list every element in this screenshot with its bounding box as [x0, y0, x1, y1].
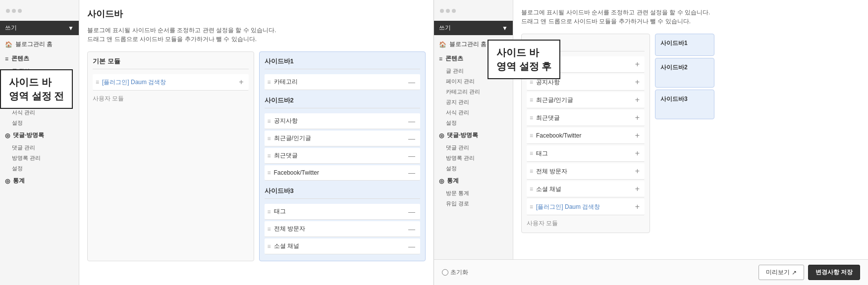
sidebar-section-comment: ◎ 댓글·방명록 [434, 128, 513, 142]
remove-button[interactable]: — [406, 225, 417, 233]
nav-sub-item[interactable]: 설정 [434, 118, 513, 128]
base-modules-title: 기본 모듈 [93, 57, 249, 69]
add-button[interactable]: + [237, 78, 245, 87]
right-sidebar3-col: 사이드바3 [655, 90, 714, 119]
nav-sub-item[interactable]: 설정 [434, 163, 513, 174]
sidebar2-item-comments[interactable]: ≡ 최근댓글 — [265, 148, 421, 164]
right-sidebar1-title: 사이드바1 [660, 39, 709, 48]
nav-dot-1 [440, 9, 444, 13]
sidebar1-item-category[interactable]: ≡ 카테고리 — [265, 74, 421, 90]
left-panel: 사이드 바영역 설정 전 쓰기 ▼ 🏠 블로그관리 홈 ≡ 콘텐츠 글 관리 페… [0, 0, 434, 285]
drag-handle: ≡ [268, 226, 271, 233]
nav-sub-item[interactable]: 카테고리 관리 [434, 87, 513, 97]
nav-dots [0, 5, 79, 19]
sidebar3-title: 사이드바3 [265, 187, 421, 199]
dropdown-arrow: ▼ [502, 25, 508, 32]
write-label: 쓰기 [439, 24, 451, 32]
overlay-label-after: 사이드 바영역 설정 후 [488, 40, 560, 79]
nav-sub-item[interactable]: 설정 [0, 163, 79, 174]
add-button[interactable]: + [633, 60, 642, 69]
stats-icon: ◎ [5, 178, 10, 185]
panel-footer: 초기화 미리보기 ↗ 변경사항 저장 [513, 259, 868, 285]
drag-handle: ≡ [530, 203, 533, 210]
nav-dot-3 [18, 9, 22, 13]
sidebar3-item-tag[interactable]: ≡ 태그 — [265, 204, 421, 220]
right-panel: 사이드 바영역 설정 후 쓰기 ▼ 🏠 블로그관리 홈 ≡ 콘텐츠 글 관리 페… [434, 0, 868, 285]
sidebar3-item-visitors[interactable]: ≡ 전체 방문자 — [265, 221, 421, 237]
remove-button[interactable]: — [406, 117, 417, 125]
sidebar-section-stats: ◎ 통계 [434, 174, 513, 188]
dropdown-arrow: ▼ [68, 25, 74, 32]
add-button[interactable]: + [633, 131, 642, 140]
module-item-tag[interactable]: ≡ 태그 + [527, 145, 645, 162]
module-item-visitors[interactable]: ≡ 전체 방문자 + [527, 163, 645, 180]
drag-handle: ≡ [268, 118, 271, 125]
module-item-comments[interactable]: ≡ 최근댓글 + [527, 110, 645, 126]
nav-sub-item[interactable]: 댓글 관리 [434, 142, 513, 153]
write-dropdown[interactable]: 쓰기 ▼ [434, 21, 513, 35]
add-button[interactable]: + [633, 167, 642, 176]
add-button[interactable]: + [633, 149, 642, 158]
nav-sub-item[interactable]: 방명록 관리 [0, 153, 79, 163]
add-button[interactable]: + [633, 113, 642, 122]
nav-sub-item[interactable]: 방문 통계 [434, 188, 513, 198]
remove-button[interactable]: — [406, 135, 417, 142]
description: 블로그에 표시될 사이드바 순서를 조정하고 관련 설정을 할 수 있습니다. … [521, 8, 860, 26]
drag-handle: ≡ [268, 135, 271, 142]
sidebar2-item-recent[interactable]: ≡ 최근글/인기글 — [265, 131, 421, 146]
stats-icon: ◎ [439, 178, 444, 185]
nav-dot-2 [446, 9, 450, 13]
preview-button[interactable]: 미리보기 ↗ [759, 265, 804, 280]
sidebar-section-stats: ◎ 통계 [0, 174, 79, 188]
drag-handle: ≡ [530, 96, 533, 103]
module-item-daum[interactable]: ≡ [플러그인] Daum 검색창 + [93, 74, 249, 91]
nav-sub-item[interactable]: 댓글 관리 [0, 142, 79, 153]
drag-handle: ≡ [530, 168, 533, 175]
nav-sub-item[interactable]: 서식 관리 [0, 107, 79, 118]
add-button[interactable]: + [633, 95, 642, 104]
drag-handle: ≡ [530, 114, 533, 121]
module-item-recent[interactable]: ≡ 최근글/인기글 + [527, 92, 645, 108]
sidebar2-item-facebook[interactable]: ≡ Facebook/Twitter — [265, 165, 421, 181]
sidebar-section-comment: ◎ 댓글·방명록 [0, 128, 79, 142]
sidebar1-title: 사이드바1 [265, 57, 421, 69]
description: 블로그에 표시될 사이드바 순서를 조정하고 관련 설정을 할 수 있습니다. … [87, 26, 426, 44]
remove-button[interactable]: — [406, 242, 417, 250]
user-modules-label: 사용자 모듈 [93, 95, 249, 103]
remove-button[interactable]: — [406, 78, 417, 86]
remove-button[interactable]: — [406, 169, 417, 177]
nav-dot-2 [12, 9, 16, 13]
nav-sub-item[interactable]: 유입 경로 [434, 198, 513, 209]
drag-handle: ≡ [268, 79, 271, 86]
remove-button[interactable]: — [406, 208, 417, 216]
nav-sub-item[interactable]: 공지 관리 [434, 97, 513, 107]
module-item-social[interactable]: ≡ 소셜 채널 + [527, 181, 645, 197]
comment-icon: ◎ [5, 132, 10, 139]
module-item-daum[interactable]: ≡ [플러그인] Daum 검색창 + [527, 199, 645, 215]
right-sidebar2-col: 사이드바2 [655, 58, 714, 88]
right-sidebar1-col: 사이드바1 [655, 34, 714, 56]
drag-handle: ≡ [530, 150, 533, 157]
right-sidebar-columns: 사이드바1 사이드바2 사이드바3 [655, 34, 714, 233]
save-button[interactable]: 변경사항 저장 [808, 265, 860, 280]
left-main-content: 사이드바 블로그에 표시될 사이드바 순서를 조정하고 관련 설정을 할 수 있… [79, 0, 434, 285]
sidebar3-item-social[interactable]: ≡ 소셜 채널 — [265, 238, 421, 254]
external-link-icon: ↗ [792, 269, 797, 276]
sidebar-item-home[interactable]: 🏠 블로그관리 홈 [0, 37, 79, 51]
module-item-facebook[interactable]: ≡ Facebook/Twitter + [527, 128, 645, 144]
home-icon: 🏠 [5, 41, 12, 48]
nav-sub-item[interactable]: 설정 [0, 118, 79, 128]
drag-handle: ≡ [268, 169, 271, 176]
nav-sub-item[interactable]: 서식 관리 [434, 107, 513, 118]
add-button[interactable]: + [633, 78, 642, 87]
add-button[interactable]: + [633, 202, 642, 211]
sidebar2-item-notice[interactable]: ≡ 공지사항 — [265, 113, 421, 129]
write-dropdown[interactable]: 쓰기 ▼ [0, 21, 79, 35]
write-label: 쓰기 [5, 24, 17, 32]
nav-sub-item[interactable]: 방명록 관리 [434, 153, 513, 163]
nav-dots [434, 5, 513, 19]
remove-button[interactable]: — [406, 152, 417, 160]
add-button[interactable]: + [633, 185, 642, 193]
overlay-label-before: 사이드 바영역 설정 전 [0, 69, 73, 109]
drag-handle: ≡ [530, 79, 533, 86]
